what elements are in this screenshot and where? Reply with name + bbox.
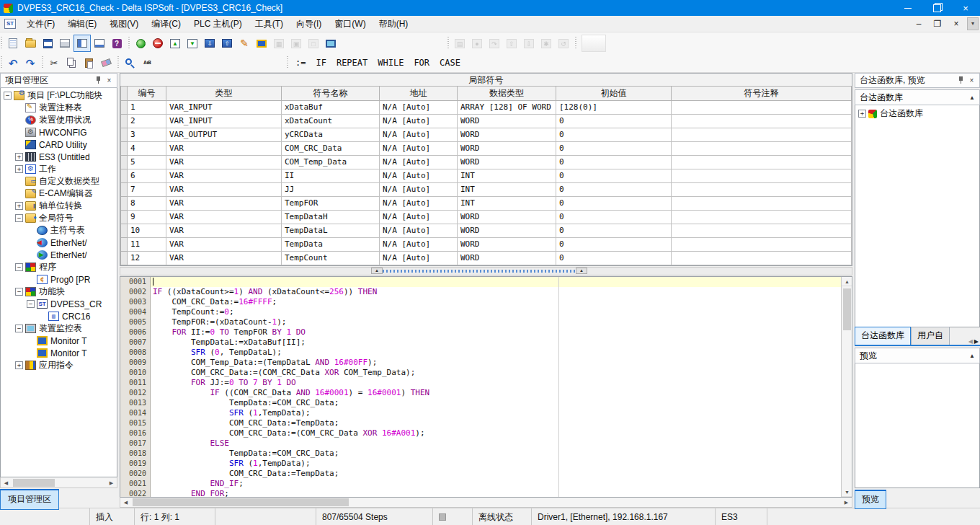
column-header[interactable]: 初始值 [556, 87, 672, 100]
st-snippet-button[interactable]: IF [311, 56, 331, 69]
table-cell[interactable] [672, 224, 852, 237]
scroll-right-icon[interactable]: ▶ [841, 498, 852, 507]
code-line[interactable]: 0017 ELSE [120, 438, 841, 449]
table-cell[interactable] [672, 155, 852, 169]
scroll-thumb[interactable] [13, 479, 55, 487]
table-cell[interactable]: 0 [556, 210, 672, 224]
table-cell[interactable] [672, 251, 852, 265]
table-cell[interactable]: INT [458, 169, 556, 182]
mdi-close-button[interactable]: × [947, 17, 966, 30]
preview-section-header[interactable]: 预览 ▲ [855, 348, 980, 363]
tree-item[interactable]: Monitor T [1, 347, 117, 359]
minimize-button[interactable] [894, 0, 922, 16]
table-cell[interactable]: 4 [128, 141, 166, 155]
expand-icon[interactable]: + [15, 153, 23, 161]
table-cell[interactable]: VAR [166, 169, 282, 182]
table-cell[interactable]: VAR [166, 251, 282, 265]
close-panel-icon[interactable]: × [966, 76, 977, 84]
upload-button[interactable]: ⇧ [218, 35, 236, 52]
row-selector[interactable] [121, 100, 128, 114]
editor-vscrollbar[interactable]: ▲ ▼ [841, 277, 852, 498]
table-cell[interactable]: N/A [Auto] [380, 141, 458, 155]
row-selector[interactable] [121, 251, 128, 265]
menu-item[interactable]: 编译(C) [145, 16, 187, 32]
table-cell[interactable]: 0 [556, 237, 672, 251]
tree-item[interactable]: E-CAM编辑器 [1, 188, 117, 200]
table-cell[interactable]: WORD [458, 210, 556, 224]
pin-icon[interactable] [956, 76, 966, 85]
table-cell[interactable] [672, 237, 852, 251]
close-panel-icon[interactable]: × [104, 76, 115, 84]
code-line[interactable]: 0009 COM_Temp_Data:=(TempDataL AND 16#00… [120, 358, 841, 368]
code-line[interactable]: 0014 SFR (1,TempData); [120, 408, 841, 418]
column-header[interactable]: 地址 [380, 87, 458, 100]
table-cell[interactable]: TempDataH [282, 210, 380, 224]
table-cell[interactable]: 0 [556, 169, 672, 182]
pou-monitor-button[interactable] [322, 35, 339, 52]
table-cell[interactable]: TempDataL [282, 224, 380, 237]
replace-button[interactable]: A↕B [138, 54, 156, 71]
menu-item[interactable]: 文件(F) [20, 16, 61, 32]
expand-icon[interactable]: + [15, 202, 23, 210]
scroll-left-icon[interactable]: ◀ [1, 478, 12, 488]
find-button[interactable] [121, 54, 138, 71]
table-cell[interactable]: VAR [166, 196, 282, 210]
tree-item[interactable]: 装置注释表 [1, 102, 117, 114]
table-cell[interactable]: N/A [Auto] [380, 169, 458, 182]
table-cell[interactable]: 12 [128, 251, 166, 265]
tree-item[interactable]: −STDVPES3_CR [1, 298, 117, 310]
save-button[interactable] [39, 35, 56, 52]
row-selector[interactable] [121, 169, 128, 182]
table-cell[interactable] [672, 196, 852, 210]
code-line[interactable]: 0011 FOR JJ:=0 TO 7 BY 1 DO [120, 378, 841, 388]
row-selector[interactable] [121, 128, 128, 141]
toolbar-overflow-button[interactable]: ▾ [967, 17, 979, 30]
print-button[interactable] [56, 35, 74, 52]
row-selector[interactable] [121, 196, 128, 210]
table-cell[interactable]: 0 [556, 182, 672, 196]
row-selector[interactable] [121, 155, 128, 169]
menu-item[interactable]: 视图(V) [103, 16, 145, 32]
column-header[interactable]: 编号 [128, 87, 166, 100]
menu-item[interactable]: 编辑(E) [61, 16, 103, 32]
table-cell[interactable]: 0 [556, 196, 672, 210]
compile-all-button[interactable]: ▼ [184, 35, 201, 52]
row-selector[interactable] [121, 237, 128, 251]
code-line[interactable]: 0016 COM_CRC_Data:=(COM_CRC_Data XOR 16#… [120, 428, 841, 438]
tab-project-area[interactable]: 项目管理区 [0, 489, 59, 510]
table-cell[interactable]: TempFOR [282, 196, 380, 210]
tree-item[interactable]: 主符号表 [1, 224, 117, 237]
table-cell[interactable]: WORD [458, 155, 556, 169]
tree-item[interactable]: HWCONFIG [1, 126, 117, 138]
code-line[interactable]: 0007 TempDataL:=xDataBuf[II]; [120, 338, 841, 348]
scroll-right-icon[interactable]: ▶ [106, 478, 117, 488]
table-cell[interactable]: VAR [166, 182, 282, 196]
table-cell[interactable]: 0 [556, 128, 672, 141]
table-cell[interactable]: N/A [Auto] [380, 237, 458, 251]
menu-item[interactable]: 工具(T) [249, 16, 290, 32]
table-cell[interactable]: N/A [Auto] [380, 251, 458, 265]
menu-item[interactable]: 向导(I) [290, 16, 328, 32]
table-cell[interactable]: N/A [Auto] [380, 100, 458, 114]
table-cell[interactable]: N/A [Auto] [380, 196, 458, 210]
collapse-icon[interactable]: ▲ [969, 94, 975, 101]
tree-item[interactable]: 装置使用状况 [1, 114, 117, 126]
code-line[interactable]: 0015 COM_CRC_Data:=TempData; [120, 418, 841, 428]
collapse-icon[interactable]: − [15, 288, 23, 296]
expand-icon[interactable]: + [15, 165, 23, 173]
tree-item[interactable]: −程序 [1, 261, 117, 273]
table-cell[interactable] [672, 210, 852, 224]
tree-item[interactable]: −项目 [F:\PLC功能块 [1, 89, 117, 102]
tree-item[interactable]: +轴单位转换 [1, 200, 117, 212]
table-cell[interactable] [672, 114, 852, 128]
mdi-minimize-button[interactable]: – [909, 17, 928, 30]
scroll-up-icon[interactable]: ▲ [842, 277, 852, 286]
online-monitor-button[interactable] [253, 35, 270, 52]
redo-button[interactable]: ↷ [22, 54, 39, 71]
edit-mode-button[interactable]: ✎ [236, 35, 253, 52]
table-cell[interactable]: xDataBuf [282, 100, 380, 114]
library-root-item[interactable]: + 台达函数库 [855, 107, 979, 120]
column-header[interactable]: 符号名称 [282, 87, 380, 100]
collapse-icon[interactable]: − [15, 263, 23, 271]
tree-item[interactable]: −全局符号 [1, 212, 117, 224]
